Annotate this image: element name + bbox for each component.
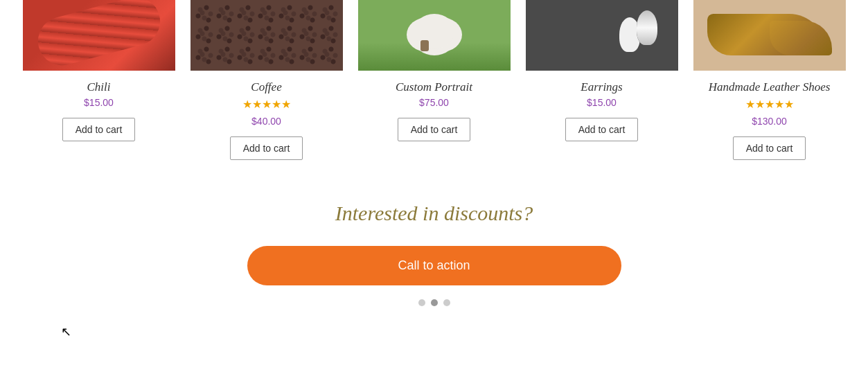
product-card-custom-portrait: Custom Portrait$75.00Add to cart: [351, 0, 518, 155]
product-image-custom-portrait: [358, 0, 511, 71]
pagination-dots: [14, 299, 854, 306]
product-image-chili: [23, 0, 175, 71]
product-card-earrings: Earrings$15.00Add to cart: [518, 0, 686, 155]
product-price-coffee: $40.00: [251, 116, 281, 127]
pagination-dot-2[interactable]: [431, 299, 438, 306]
product-image-earrings: [526, 0, 678, 71]
add-to-cart-button-handmade-leather-shoes[interactable]: Add to cart: [733, 136, 806, 160]
product-name-chili: Chili: [87, 80, 110, 94]
product-card-coffee: Coffee★★★★★$40.00Add to cart: [183, 0, 351, 174]
product-stars-handmade-leather-shoes: ★★★★★: [745, 98, 794, 111]
star-4: ★: [272, 98, 281, 111]
star-4: ★: [774, 98, 784, 111]
product-name-coffee: Coffee: [251, 80, 281, 94]
cta-button[interactable]: Call to action: [247, 246, 621, 285]
star-2: ★: [252, 98, 262, 111]
star-1: ★: [745, 98, 755, 111]
products-row: Chili$15.00Add to cartCoffee★★★★★$40.00A…: [0, 0, 868, 174]
product-card-chili: Chili$15.00Add to cart: [15, 0, 183, 155]
product-stars-coffee: ★★★★★: [242, 98, 291, 111]
star-3: ★: [262, 98, 272, 111]
product-price-chili: $15.00: [84, 97, 114, 108]
add-to-cart-button-earrings[interactable]: Add to cart: [565, 118, 639, 141]
discount-section: Interested in discounts? Call to action: [0, 174, 868, 327]
product-name-handmade-leather-shoes: Handmade Leather Shoes: [709, 80, 831, 94]
product-price-earrings: $15.00: [587, 97, 617, 108]
product-image-coffee: [191, 0, 343, 71]
product-price-handmade-leather-shoes: $130.00: [752, 116, 787, 127]
product-image-handmade-leather-shoes: [693, 0, 846, 71]
add-to-cart-button-coffee[interactable]: Add to cart: [230, 136, 303, 160]
star-5: ★: [281, 98, 291, 111]
add-to-cart-button-custom-portrait[interactable]: Add to cart: [398, 118, 471, 141]
star-3: ★: [765, 98, 774, 111]
product-card-handmade-leather-shoes: Handmade Leather Shoes★★★★★$130.00Add to…: [686, 0, 853, 174]
pagination-dot-1[interactable]: [418, 299, 425, 306]
product-name-custom-portrait: Custom Portrait: [396, 80, 472, 94]
star-5: ★: [784, 98, 794, 111]
add-to-cart-button-chili[interactable]: Add to cart: [62, 118, 136, 141]
star-2: ★: [755, 98, 765, 111]
discount-title: Interested in discounts?: [14, 202, 854, 225]
star-1: ★: [242, 98, 252, 111]
product-price-custom-portrait: $75.00: [419, 97, 449, 108]
pagination-dot-3[interactable]: [443, 299, 450, 306]
product-name-earrings: Earrings: [581, 80, 622, 94]
